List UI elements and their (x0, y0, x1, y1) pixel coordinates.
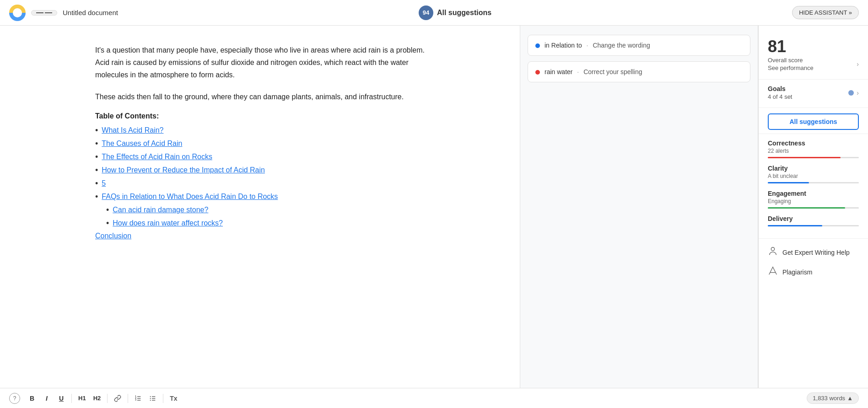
svg-point-12 (150, 400, 151, 401)
expert-writing-item[interactable]: Get Expert Writing Help (768, 242, 859, 262)
menu-button[interactable] (31, 10, 57, 16)
suggestion-text-1: in Relation to · Change the wording (545, 42, 650, 49)
suggestion-text-2: rain water · Correct your spelling (545, 68, 642, 75)
toc-link-5[interactable]: 5 (102, 179, 106, 188)
list-item: Can acid rain damage stone? (106, 205, 425, 215)
score-label: Overall score (768, 57, 814, 64)
help-button[interactable]: ? (9, 393, 20, 404)
suggestion-term-1: in Relation to (545, 42, 582, 49)
top-bar-center: 94 All suggestions (419, 5, 491, 20)
top-bar-left: Untitled document (9, 5, 118, 21)
list-item: The Effects of Acid Rain on Rocks (95, 152, 425, 162)
document-area[interactable]: It's a question that many people have, e… (0, 26, 520, 388)
document-title: Untitled document (63, 9, 118, 16)
hamburger-line-1 (36, 12, 43, 13)
toc-heading: Table of Contents: (95, 112, 425, 120)
list-item: How to Prevent or Reduce the Impact of A… (95, 166, 425, 175)
link-button[interactable] (111, 392, 124, 405)
unordered-list-icon (149, 395, 156, 402)
underline-label: U (59, 395, 64, 402)
conclusion-link[interactable]: Conclusion (95, 232, 131, 240)
metric-engagement-fill (768, 207, 845, 209)
metric-correctness-bar (768, 157, 859, 158)
list-item: FAQs in Relation to What Does Acid Rain … (95, 192, 425, 202)
suggestions-label: All suggestions (437, 9, 491, 17)
all-suggestions-section: All suggestions (759, 108, 868, 134)
suggestion-term-2: rain water (545, 68, 572, 75)
expert-writing-label: Get Expert Writing Help (782, 249, 850, 256)
word-count-button[interactable]: 1,833 words ▲ (807, 392, 859, 404)
right-panel: 81 Overall score See performance › Goals… (758, 26, 868, 388)
svg-point-11 (150, 398, 151, 399)
metric-engagement-bar (768, 207, 859, 209)
suggestion-card-1[interactable]: in Relation to · Change the wording (528, 35, 750, 56)
top-bar: Untitled document 94 All suggestions HID… (0, 0, 868, 26)
clear-format-button[interactable]: Tx (167, 392, 180, 405)
doc-content: It's a question that many people have, e… (95, 44, 425, 240)
paragraph-2: These acids then fall to the ground, whe… (95, 91, 425, 103)
score-perf: Overall score See performance › (768, 56, 859, 72)
toc-link-6[interactable]: FAQs in Relation to What Does Acid Rain … (102, 193, 278, 201)
svg-point-0 (771, 247, 774, 251)
ordered-list-button[interactable]: 123 (132, 392, 145, 405)
suggestions-badge: 94 (419, 5, 433, 20)
toc-link-4[interactable]: How to Prevent or Reduce the Impact of A… (102, 166, 265, 174)
italic-label: I (46, 395, 48, 402)
h2-label: H2 (93, 395, 101, 402)
h2-button[interactable]: H2 (91, 392, 104, 405)
quote-icon (768, 266, 778, 278)
metric-engagement-subtitle: Engaging (768, 198, 859, 204)
goals-chevron-right-icon: › (857, 89, 859, 97)
toolbar-separator-4 (163, 394, 163, 403)
goals-subtitle: 4 of 4 set (768, 93, 792, 100)
toolbar-separator-2 (107, 394, 108, 403)
suggestion-dot-red (535, 70, 540, 75)
underline-button[interactable]: U (55, 392, 68, 405)
h1-button[interactable]: H1 (75, 392, 89, 405)
italic-button[interactable]: I (40, 392, 53, 405)
metrics-section: Correctness 22 alerts Clarity A bit uncl… (759, 134, 868, 238)
see-performance-link[interactable]: See performance (768, 64, 814, 71)
score-number: 81 (768, 38, 859, 55)
toc-link-1[interactable]: What Is Acid Rain? (102, 126, 163, 134)
svg-text:3: 3 (135, 399, 137, 401)
suggestions-panel: in Relation to · Change the wording rain… (520, 26, 758, 388)
paragraph-1: It's a question that many people have, e… (95, 44, 425, 81)
suggestion-action-2: Correct your spelling (583, 68, 642, 75)
goals-right: › (848, 89, 859, 97)
list-item: The Causes of Acid Rain (95, 139, 425, 149)
all-suggestions-button[interactable]: All suggestions (768, 113, 859, 130)
list-item: What Is Acid Rain? (95, 126, 425, 135)
metric-clarity-fill (768, 182, 809, 183)
toc-sub-link-2[interactable]: How does rain water affect rocks? (113, 219, 223, 227)
metric-correctness[interactable]: Correctness 22 alerts (768, 140, 859, 158)
metric-clarity-title: Clarity (768, 165, 859, 172)
suggestion-separator-1: · (587, 42, 588, 49)
metric-clarity[interactable]: Clarity A bit unclear (768, 165, 859, 183)
bold-button[interactable]: B (26, 392, 38, 405)
person-icon (768, 246, 778, 258)
word-count-label: 1,833 words (813, 395, 845, 402)
score-section: 81 Overall score See performance › (759, 33, 868, 80)
metric-delivery-title: Delivery (768, 215, 859, 222)
goals-left: Goals 4 of 4 set (768, 85, 792, 100)
metric-engagement[interactable]: Engagement Engaging (768, 190, 859, 209)
suggestion-card-2[interactable]: rain water · Correct your spelling (528, 61, 750, 82)
hide-assistant-button[interactable]: HIDE ASSISTANT » (792, 6, 859, 19)
goals-section[interactable]: Goals 4 of 4 set › (759, 80, 868, 108)
toc-link-3[interactable]: The Effects of Acid Rain on Rocks (102, 153, 212, 161)
toc-link-2[interactable]: The Causes of Acid Rain (102, 140, 182, 148)
list-item: How does rain water affect rocks? (106, 219, 425, 228)
goals-title: Goals (768, 85, 792, 92)
plagiarism-item[interactable]: Plagiarism (768, 262, 859, 282)
suggestion-dot-blue (535, 43, 540, 48)
metric-correctness-fill (768, 157, 841, 158)
extra-section: Get Expert Writing Help Plagiarism (759, 238, 868, 285)
metric-correctness-title: Correctness (768, 140, 859, 147)
unordered-list-button[interactable] (146, 392, 159, 405)
metric-delivery[interactable]: Delivery (768, 215, 859, 226)
link-icon (114, 395, 121, 402)
metric-delivery-fill (768, 225, 822, 226)
bottom-toolbar: ? B I U H1 H2 123 Tx 1,833 words ▲ (0, 388, 868, 408)
toc-sub-link-1[interactable]: Can acid rain damage stone? (113, 206, 208, 214)
